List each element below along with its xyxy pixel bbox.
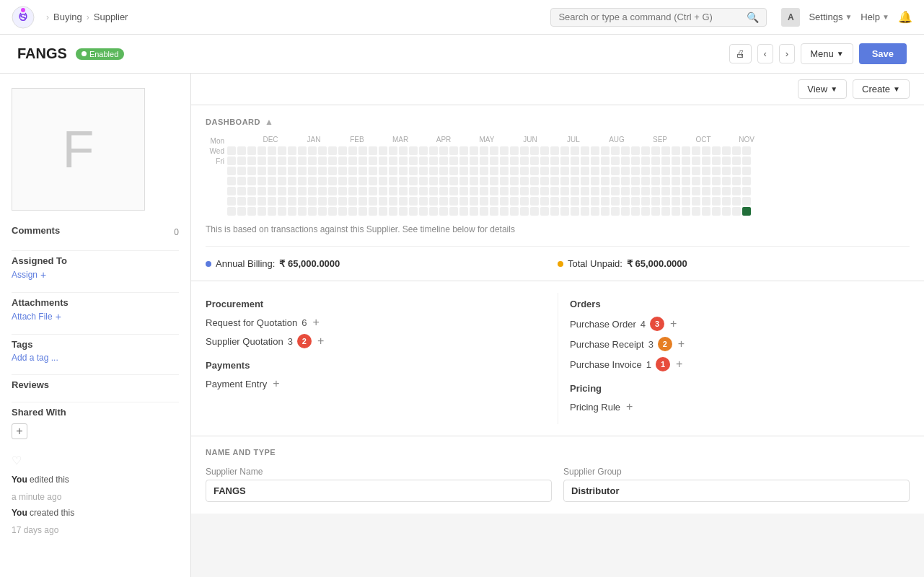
heatmap-cell — [500, 207, 509, 216]
heatmap-cell — [641, 177, 650, 185]
heatmap-cell — [298, 207, 307, 216]
heatmap-week — [591, 146, 599, 216]
heatmap-cell — [338, 167, 347, 175]
po-add-button[interactable]: + — [669, 318, 678, 330]
heatmap-cell — [268, 197, 276, 206]
heatmap-cell — [247, 207, 256, 216]
heatmap-cell — [682, 157, 690, 165]
heatmap-cell — [631, 197, 640, 206]
heatmap-jun: JUN — [509, 136, 552, 144]
heatmap-cell — [288, 177, 296, 185]
heatmap-cell — [651, 167, 660, 175]
notification-bell-icon[interactable]: 🔔 — [898, 10, 912, 24]
heatmap-cell — [682, 167, 690, 175]
heatmap-cell — [611, 207, 620, 216]
tags-label: Tags — [12, 339, 179, 350]
help-button[interactable]: Help ▼ — [861, 12, 889, 22]
pr-row: Purchase Receipt 3 2 + — [570, 337, 898, 351]
heatmap-cell — [318, 187, 327, 195]
breadcrumb-supplier[interactable]: Supplier — [94, 12, 128, 22]
sq-add-button[interactable]: + — [316, 335, 325, 347]
attach-file-link[interactable]: Attach File + — [12, 311, 179, 322]
heatmap-cell — [560, 197, 569, 206]
view-button[interactable]: View ▼ — [798, 79, 847, 99]
heatmap-cell — [742, 167, 751, 175]
search-input[interactable] — [558, 12, 742, 22]
dashboard-note: This is based on transactions against th… — [206, 224, 910, 234]
heatmap-cell — [470, 167, 478, 175]
heatmap-cell — [540, 146, 549, 155]
heatmap-cell — [288, 207, 296, 216]
heatmap-cell — [278, 167, 286, 175]
sidebar-tags: Tags Add a tag ... — [12, 339, 179, 363]
heatmap-fri-label: Fri — [207, 157, 224, 166]
supplier-group-input[interactable] — [563, 480, 910, 502]
heatmap-cell — [429, 157, 438, 165]
heatmap-cell — [581, 177, 589, 185]
avatar[interactable]: A — [781, 8, 800, 27]
heatmap-cell — [308, 187, 317, 195]
heatmap-cell — [651, 177, 660, 185]
heatmap-cell — [318, 197, 327, 206]
heatmap-cell — [237, 177, 246, 185]
pe-add-button[interactable]: + — [271, 378, 281, 389]
heatmap-cell — [621, 177, 630, 185]
heatmap-cell — [439, 177, 448, 185]
settings-button[interactable]: Settings ▼ — [809, 12, 852, 22]
app-logo[interactable]: S — [12, 6, 35, 29]
heatmap-cell — [520, 177, 529, 185]
heatmap-week — [258, 146, 266, 216]
pr-add-button[interactable]: + — [677, 338, 686, 350]
heatmap-cell — [470, 207, 478, 216]
dashboard-chevron-icon[interactable]: ▲ — [265, 117, 273, 127]
heatmap-sep: SEP — [638, 136, 682, 144]
heatmap-cell — [510, 157, 519, 165]
heatmap-cell — [348, 197, 357, 206]
heatmap-cell — [369, 187, 377, 195]
heatmap-cell — [692, 167, 700, 175]
shared-with-add-button[interactable]: + — [12, 423, 27, 439]
heatmap-cell — [571, 146, 579, 155]
heatmap-cell — [732, 167, 741, 175]
assign-link[interactable]: Assign + — [12, 269, 179, 281]
payments-col: Payments Payment Entry + — [206, 360, 546, 389]
save-button[interactable]: Save — [859, 43, 907, 64]
page-header: FANGS Enabled 🖨 ‹ › Menu ▼ Save — [0, 35, 924, 74]
heatmap-aug: AUG — [595, 136, 638, 144]
heatmap-cell — [621, 197, 630, 206]
status-dot — [82, 51, 87, 56]
print-button[interactable]: 🖨 — [729, 44, 752, 63]
assigned-to-label: Assigned To — [12, 255, 179, 266]
heatmap-cell — [742, 157, 751, 165]
heatmap-cell — [459, 157, 468, 165]
create-button[interactable]: Create ▼ — [853, 79, 910, 99]
attach-plus-icon: + — [56, 311, 61, 322]
heart-icon[interactable]: ♡ — [12, 454, 22, 467]
heatmap-cell — [651, 157, 660, 165]
search-bar[interactable]: 🔍 — [550, 8, 767, 27]
breadcrumb-buying[interactable]: Buying — [53, 12, 82, 22]
heatmap-cell — [581, 187, 589, 195]
heatmap-cell — [672, 167, 680, 175]
add-tag-link[interactable]: Add a tag ... — [12, 353, 179, 363]
heatmap-cell — [530, 146, 539, 155]
menu-button[interactable]: Menu ▼ — [801, 43, 853, 64]
heatmap-cell — [459, 187, 468, 195]
create-arrow-icon: ▼ — [893, 85, 900, 93]
supplier-name-input[interactable] — [206, 480, 552, 502]
prev-button[interactable]: ‹ — [757, 44, 773, 63]
pricing-rule-add-button[interactable]: + — [625, 401, 634, 413]
heatmap-cell — [742, 207, 751, 216]
shared-with-label: Shared With — [12, 407, 179, 418]
heatmap-cell — [581, 197, 589, 206]
rfq-add-button[interactable]: + — [311, 317, 320, 328]
chevron-right-icon: › — [786, 48, 788, 59]
heatmap-cell — [520, 167, 529, 175]
next-button[interactable]: › — [779, 44, 795, 63]
heatmap-cell — [288, 187, 296, 195]
pi-add-button[interactable]: + — [674, 358, 684, 370]
heatmap-week — [439, 146, 448, 216]
annual-billing-dot — [206, 261, 211, 267]
heatmap-week — [682, 146, 690, 216]
heatmap-cell — [328, 177, 337, 185]
